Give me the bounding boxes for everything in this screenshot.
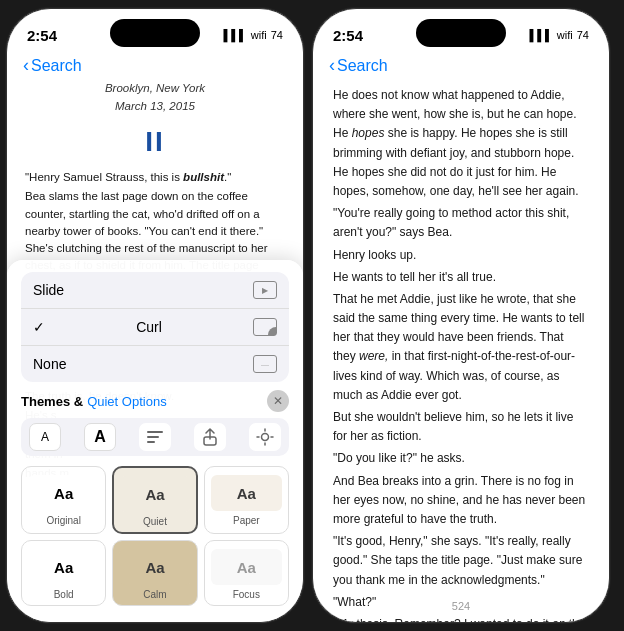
reading-content: He does not know what happened to Addie,…	[313, 80, 609, 622]
wifi-icon: wifi	[251, 29, 267, 41]
theme-bold-label: Bold	[54, 589, 74, 600]
transition-slide[interactable]: Slide ▶	[21, 272, 289, 309]
signal-icon: ▌▌▌	[223, 29, 246, 41]
chapter-number: II	[25, 120, 285, 163]
back-button-left[interactable]: ‹ Search	[23, 55, 82, 76]
theme-quiet-label: Quiet	[143, 516, 167, 527]
theme-calm-label: Calm	[143, 589, 166, 600]
svg-rect-1	[147, 436, 159, 438]
brightness-button[interactable]	[249, 423, 281, 451]
theme-focus[interactable]: Aa Focus	[204, 540, 289, 606]
font-increase-button[interactable]: A	[84, 423, 116, 451]
theme-calm-preview: Aa	[119, 549, 190, 585]
theme-original-label: Original	[46, 515, 80, 526]
theme-paper-label: Paper	[233, 515, 260, 526]
font-settings-button[interactable]	[139, 423, 171, 451]
slide-icon: ▶	[253, 281, 277, 299]
theme-bold-preview: Aa	[28, 549, 99, 585]
theme-focus-label: Focus	[233, 589, 260, 600]
nav-bar-right: ‹ Search	[313, 53, 609, 80]
theme-original-preview: Aa	[28, 475, 99, 511]
book-location: Brooklyn, New York March 13, 2015	[25, 80, 285, 116]
status-icons-right: ▌▌▌ wifi 74	[529, 29, 589, 41]
back-chevron-left: ‹	[23, 55, 29, 76]
status-icons-left: ▌▌▌ wifi 74	[223, 29, 283, 41]
theme-bold[interactable]: Aa Bold	[21, 540, 106, 606]
svg-rect-2	[147, 441, 155, 443]
theme-calm[interactable]: Aa Calm	[112, 540, 197, 606]
curl-label: Curl	[136, 319, 162, 335]
time-right: 2:54	[333, 27, 363, 44]
overlay-panel: Slide ▶ ✓ Curl	[7, 260, 303, 622]
slide-label: Slide	[33, 282, 64, 298]
dynamic-island	[110, 19, 200, 47]
app-container: 2:54 ▌▌▌ wifi 74 ‹ Search Brooklyn, New …	[6, 8, 618, 623]
left-phone: 2:54 ▌▌▌ wifi 74 ‹ Search Brooklyn, New …	[6, 8, 304, 623]
theme-quiet-preview: Aa	[120, 476, 189, 512]
share-button[interactable]	[194, 423, 226, 451]
theme-grid: Aa Original Aa Quiet Aa Paper Aa Bold	[21, 466, 289, 606]
theme-original[interactable]: Aa Original	[21, 466, 106, 534]
back-label-left: Search	[31, 57, 82, 75]
font-decrease-button[interactable]: A	[29, 423, 61, 451]
quiet-options-link[interactable]: Quiet Options	[87, 394, 167, 409]
themes-label: Themes &	[21, 394, 83, 409]
transition-options: Slide ▶ ✓ Curl	[21, 272, 289, 382]
none-icon: —	[253, 355, 277, 373]
svg-point-4	[262, 434, 269, 441]
theme-quiet[interactable]: Aa Quiet	[112, 466, 197, 534]
close-button[interactable]: ✕	[267, 390, 289, 412]
font-controls: A A	[21, 418, 289, 456]
back-chevron-right: ‹	[329, 55, 335, 76]
time-left: 2:54	[27, 27, 57, 44]
svg-rect-0	[147, 431, 163, 433]
dynamic-island-right	[416, 19, 506, 47]
nav-bar-left: ‹ Search	[7, 53, 303, 80]
curl-icon	[253, 318, 277, 336]
page-number: 524	[452, 600, 470, 612]
back-button-right[interactable]: ‹ Search	[329, 55, 388, 76]
battery-icon: 74	[271, 29, 283, 41]
back-label-right: Search	[337, 57, 388, 75]
signal-icon-right: ▌▌▌	[529, 29, 552, 41]
none-label: None	[33, 356, 66, 372]
transition-none[interactable]: None —	[21, 346, 289, 382]
battery-icon-right: 74	[577, 29, 589, 41]
right-phone: 2:54 ▌▌▌ wifi 74 ‹ Search He does not kn…	[312, 8, 610, 623]
transition-curl[interactable]: ✓ Curl	[21, 309, 289, 346]
theme-paper[interactable]: Aa Paper	[204, 466, 289, 534]
themes-header: Themes & Quiet Options ✕	[21, 390, 289, 412]
theme-focus-preview: Aa	[211, 549, 282, 585]
wifi-icon-right: wifi	[557, 29, 573, 41]
curl-check: ✓	[33, 319, 45, 335]
theme-paper-preview: Aa	[211, 475, 282, 511]
